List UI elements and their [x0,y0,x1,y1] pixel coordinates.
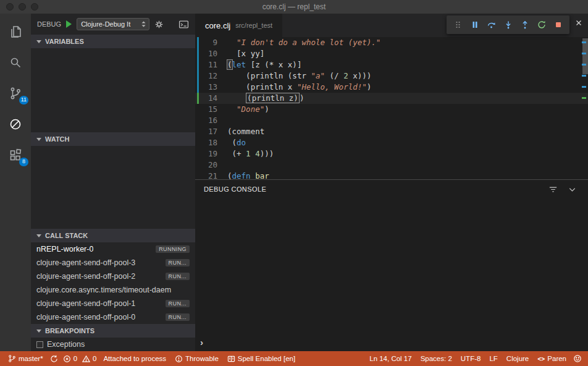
activity-item-debug[interactable] [0,109,31,140]
call-stack-thread[interactable]: clojure.core.async.timers/timeout-daem [31,283,195,297]
chevron-down-icon[interactable] [568,185,577,194]
tab-file-name: core.clj [205,21,230,30]
status-bar: master* 0 0 Attached to process Throwabl… [0,351,588,366]
line-number: 12 [199,70,217,82]
code-line[interactable]: 18 (do [195,137,588,148]
window-close-button[interactable] [6,3,14,11]
debug-sidebar: DEBUG Clojure-Debug It VARIABLES WATCH [31,14,195,351]
scrollbar-thumb[interactable] [582,38,588,74]
code-line[interactable]: 10 [x yy] [195,48,588,59]
status-warnings[interactable]: 0 [80,351,99,366]
section-title: BREAKPOINTS [45,327,94,334]
code-line[interactable]: 19 (+ 1 4))) [195,148,588,160]
overview-mark [582,86,586,88]
code-line[interactable]: 12 (println (str "a" (/ 2 x))) [195,70,588,82]
attach-status-text: Attached to process [103,355,166,362]
stop-icon[interactable] [550,17,566,33]
configure-gear-icon[interactable] [154,20,164,29]
line-number: 11 [199,59,217,70]
code-line[interactable]: 14 (println z)) [195,93,588,104]
code-text: (println (str "a" (/ 2 x))) [227,70,371,82]
call-stack-thread[interactable]: clojure-agent-send-off-pool-0 RUN... [31,310,195,324]
watch-section-body [31,146,195,229]
code-token: let [232,60,246,69]
pause-icon[interactable] [466,17,483,33]
editor-area: core.clj src/repl_test [195,14,588,351]
status-spell-checker[interactable]: Spell Enabled [en] [223,351,300,366]
thread-name: nREPL-worker-0 [36,245,93,253]
status-feedback[interactable] [571,351,584,366]
status-sync[interactable] [48,351,61,366]
console-input-prompt[interactable]: › [200,339,203,346]
status-encoding[interactable]: UTF-8 [456,351,485,366]
status-paren-mode[interactable]: <> Paren [533,351,571,366]
code-line[interactable]: 13 (println x "Hello, World!") [195,82,588,93]
call-stack-thread[interactable]: nREPL-worker-0 RUNNING [31,242,195,256]
exception-type: Throwable [185,355,219,362]
step-over-icon[interactable] [483,17,500,33]
code-line[interactable]: 15 "Done") [195,104,588,115]
call-stack-thread[interactable]: clojure-agent-send-off-pool-1 RUN... [31,297,195,310]
section-header-watch[interactable]: WATCH [31,132,195,146]
code-token: "a" [311,71,325,80]
filter-icon[interactable] [548,185,558,194]
chevron-down-icon [36,138,41,141]
status-debug-attach[interactable]: Attached to process [99,351,170,366]
search-icon [8,55,23,70]
status-bar-right: Ln 14, Col 17 Spaces: 2 UTF-8 LF Clojure… [365,351,584,366]
status-exception-breakpoint[interactable]: Throwable [170,351,223,366]
start-debug-button[interactable] [66,20,72,28]
spell-status-text: Spell Enabled [en] [238,355,295,362]
code-token: ) [300,93,304,103]
section-header-variables[interactable]: VARIABLES [31,35,195,48]
thread-status-badge: RUNNING [156,245,190,253]
open-debug-console-icon[interactable] [178,20,189,29]
status-indentation[interactable]: Spaces: 2 [416,351,456,366]
code-text: (defn bar [227,171,269,179]
overview-ruler [581,37,588,179]
step-into-icon[interactable] [500,17,516,33]
status-errors[interactable]: 0 [61,351,80,366]
step-out-icon[interactable] [516,17,533,33]
activity-item-explorer[interactable] [0,16,31,47]
section-header-breakpoints[interactable]: BREAKPOINTS [31,324,195,338]
code-line[interactable]: 11(let [z (* x x)] [195,59,588,70]
debug-view-title: DEBUG [37,20,61,28]
debug-configuration-select[interactable]: Clojure-Debug It [77,18,149,30]
call-stack-thread[interactable]: clojure-agent-send-off-pool-2 RUN... [31,270,195,283]
status-git-branch[interactable]: master* [4,351,48,366]
overview-mark [582,75,586,77]
code-line[interactable]: 16 [195,115,588,126]
call-stack-thread[interactable]: clojure-agent-send-off-pool-3 RUN... [31,256,195,270]
activity-item-source-control[interactable]: 11 [0,78,31,109]
code-line[interactable]: 17(comment [195,126,588,137]
breakpoint-exceptions-row[interactable]: Exceptions [31,338,195,351]
code-token: do [237,138,246,147]
tab-core-clj[interactable]: core.clj src/repl_test [195,14,282,37]
code-line[interactable]: 20 [195,160,588,171]
status-eol[interactable]: LF [485,351,502,366]
debug-console-output[interactable]: › [195,198,588,351]
line-number: 18 [199,137,217,148]
window-zoom-button[interactable] [31,3,38,11]
activity-item-extensions[interactable]: 8 [0,140,31,171]
window-minimize-button[interactable] [19,3,26,11]
activity-item-search[interactable] [0,47,31,78]
status-language-mode[interactable]: Clojure [502,351,533,366]
code-editor[interactable]: 9 "I don't do a whole lot (yet)."10 [x y… [195,37,588,179]
code-token: (comment [227,127,264,136]
panel-tab-debug-console[interactable]: DEBUG CONSOLE [204,185,266,193]
close-icon[interactable] [573,17,584,28]
restart-icon[interactable] [533,17,550,33]
code-line[interactable]: 21(defn bar [195,171,588,179]
code-token: (println z) [246,93,300,103]
drag-handle-icon[interactable] [450,17,466,33]
status-cursor-position[interactable]: Ln 14, Col 17 [365,351,416,366]
thread-name: clojure-agent-send-off-pool-1 [36,299,135,308]
smiley-icon [573,354,582,363]
chevron-down-icon [36,330,41,333]
exceptions-checkbox[interactable] [36,341,43,348]
language-text: Clojure [506,355,529,362]
code-line[interactable]: 9 "I don't do a whole lot (yet)." [195,37,588,48]
section-header-call-stack[interactable]: CALL STACK [31,229,195,242]
